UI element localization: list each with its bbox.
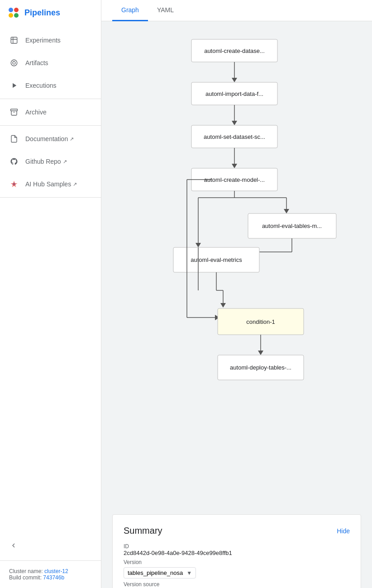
svg-rect-6	[11, 109, 18, 111]
tab-graph[interactable]: Graph	[112, 0, 148, 21]
ai-hub-icon	[9, 179, 19, 189]
tabs-bar: Graph YAML	[101, 0, 372, 21]
svg-marker-13	[232, 121, 237, 125]
node8-label[interactable]: automl-deploy-tables-...	[230, 364, 291, 371]
summary-version-field: Version tables_pipeline_nosa ▼	[124, 559, 350, 579]
documentation-icon	[9, 134, 19, 144]
summary-panel: Summary Hide ID 2cd8442d-0e98-4a0e-9428-…	[112, 514, 361, 588]
sidebar-header: Pipelines	[0, 0, 101, 25]
artifacts-label: Artifacts	[25, 59, 48, 66]
svg-point-2	[9, 13, 13, 18]
node1-label[interactable]: automl-create-datase...	[204, 47, 265, 54]
svg-point-4	[11, 60, 17, 66]
node5-label[interactable]: automl-eval-tables-m...	[262, 223, 322, 229]
sidebar-item-executions[interactable]: Executions	[0, 74, 101, 97]
tab-yaml[interactable]: YAML	[148, 0, 183, 21]
version-chevron-icon: ▼	[186, 570, 192, 576]
cluster-info: Cluster name: cluster-12	[9, 568, 92, 574]
pipeline-graph-svg: automl-create-datase... automl-import-da…	[114, 35, 359, 496]
svg-point-3	[14, 13, 19, 18]
svg-marker-43	[258, 351, 263, 355]
sidebar-item-documentation[interactable]: Documentation ↗	[0, 128, 101, 150]
nav-divider-2	[0, 125, 101, 126]
node2-label[interactable]: automl-import-data-f...	[205, 90, 263, 97]
github-label: Github Repo	[25, 158, 61, 165]
ai-hub-label: AI Hub Samples	[25, 180, 71, 188]
commit-info: Build commit: 743746b	[9, 574, 92, 581]
graph-area: automl-create-datase... automl-import-da…	[101, 21, 372, 510]
experiments-label: Experiments	[25, 37, 61, 44]
nav-divider-1	[0, 99, 101, 99]
documentation-external-icon: ↗	[70, 136, 74, 142]
summary-title: Summary	[124, 526, 162, 536]
node4-label[interactable]: automl-create-model-...	[204, 176, 265, 183]
version-label: Version	[124, 559, 350, 565]
ai-hub-external-icon: ↗	[73, 181, 77, 187]
nav-divider-3	[0, 197, 101, 198]
sidebar-item-archive[interactable]: Archive	[0, 101, 101, 123]
summary-version-source-field: Version source	[124, 581, 350, 588]
sidebar-collapse-button[interactable]	[7, 539, 20, 552]
cluster-link[interactable]: cluster-12	[44, 568, 68, 574]
cluster-label: Cluster name:	[9, 568, 44, 574]
summary-id-field: ID 2cd8442d-0e98-4a0e-9428-49ce99e8ffb1	[124, 543, 350, 556]
executions-icon	[9, 81, 19, 90]
github-external-icon: ↗	[63, 159, 67, 165]
svg-marker-21	[196, 243, 201, 247]
sidebar-title: Pipelines	[24, 8, 60, 18]
pipelines-logo-icon	[7, 6, 20, 19]
svg-marker-16	[232, 164, 237, 168]
node3-label[interactable]: automl-set-dataset-sc...	[204, 133, 265, 140]
version-source-label: Version source	[124, 581, 350, 588]
main-content: Graph YAML automl-create-datase... autom…	[101, 0, 372, 588]
hide-button[interactable]: Hide	[337, 527, 350, 535]
svg-marker-35	[220, 303, 226, 308]
github-icon	[9, 156, 19, 166]
artifacts-icon	[9, 58, 19, 68]
sidebar-item-artifacts[interactable]: Artifacts	[0, 52, 101, 74]
sidebar-nav: Experiments Artifacts Executions	[0, 25, 101, 560]
version-select[interactable]: tables_pipeline_nosa ▼	[124, 567, 196, 579]
documentation-label: Documentation	[25, 135, 68, 142]
svg-point-5	[13, 62, 15, 64]
svg-point-1	[14, 8, 19, 12]
svg-marker-10	[232, 78, 237, 82]
experiments-icon	[9, 35, 19, 45]
svg-point-0	[9, 8, 13, 12]
id-label: ID	[124, 543, 350, 550]
archive-icon	[9, 107, 19, 117]
version-value: tables_pipeline_nosa	[128, 569, 183, 576]
archive-label: Archive	[25, 109, 47, 116]
sidebar: Pipelines Experiments Artifacts	[0, 0, 101, 588]
sidebar-item-experiments[interactable]: Experiments	[0, 29, 101, 52]
executions-label: Executions	[25, 82, 56, 89]
sidebar-item-ai-hub[interactable]: AI Hub Samples ↗	[0, 173, 101, 195]
summary-header: Summary Hide	[124, 526, 350, 536]
node7-label[interactable]: condition-1	[246, 318, 275, 325]
sidebar-footer: Cluster name: cluster-12 Build commit: 7…	[0, 560, 101, 588]
id-value: 2cd8442d-0e98-4a0e-9428-49ce99e8ffb1	[124, 550, 350, 556]
sidebar-item-github[interactable]: Github Repo ↗	[0, 150, 101, 173]
svg-marker-25	[284, 209, 289, 213]
commit-link[interactable]: 743746b	[43, 574, 64, 581]
commit-label: Build commit:	[9, 574, 43, 581]
